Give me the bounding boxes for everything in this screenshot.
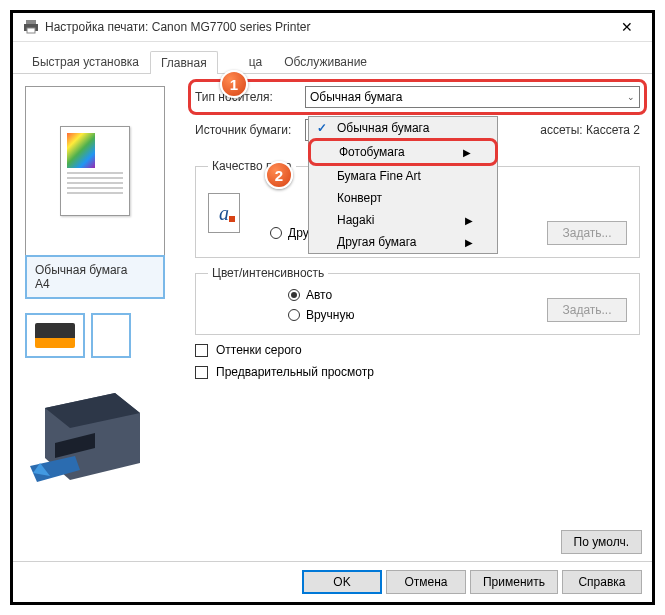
tab-quick-setup[interactable]: Быстрая установка <box>21 50 150 73</box>
tab-maintenance[interactable]: Обслуживание <box>273 50 378 73</box>
callout-2: 2 <box>265 161 293 189</box>
grayscale-checkbox[interactable]: Оттенки серого <box>195 343 640 357</box>
submenu-arrow-icon: ▶ <box>465 237 473 248</box>
printer-illustration <box>25 388 155 488</box>
quality-set-button: Задать... <box>547 221 627 245</box>
tab-strip: Быстрая установка Главная ца Обслуживани… <box>13 42 652 74</box>
media-type-dropdown: ✓ Обычная бумага Фотобумага ▶ Бумага Fin… <box>308 116 498 254</box>
window-title: Настройка печати: Canon MG7700 series Pr… <box>45 20 612 34</box>
dropdown-item-envelope[interactable]: Конверт <box>309 187 497 209</box>
defaults-button[interactable]: По умолч. <box>561 530 642 554</box>
apply-button[interactable]: Применить <box>470 570 558 594</box>
tray-option-1[interactable] <box>25 313 85 358</box>
callout-1: 1 <box>220 70 248 98</box>
dropdown-item-fineart[interactable]: Бумага Fine Art <box>309 165 497 187</box>
dropdown-item-photo[interactable]: Фотобумага ▶ <box>308 138 498 166</box>
dialog-footer: OK Отмена Применить Справка <box>13 561 652 602</box>
tab-page[interactable]: ца <box>218 50 274 73</box>
media-type-text: Обычная бумага <box>35 263 155 277</box>
media-type-select[interactable]: Обычная бумага ⌄ <box>305 86 640 108</box>
cancel-button[interactable]: Отмена <box>386 570 466 594</box>
submenu-arrow-icon: ▶ <box>465 215 473 226</box>
check-icon: ✓ <box>317 121 327 135</box>
cassette-info: ассеты: Кассета 2 <box>540 123 640 137</box>
help-button[interactable]: Справка <box>562 570 642 594</box>
color-set-button: Задать... <box>547 298 627 322</box>
color-fieldset: Цвет/интенсивность Авто Вручную Зада <box>195 266 640 335</box>
paper-preview <box>25 86 165 256</box>
print-settings-dialog: Настройка печати: Canon MG7700 series Pr… <box>10 10 655 605</box>
dropdown-item-other[interactable]: Другая бумага ▶ <box>309 231 497 253</box>
settings-pane: Тип носителя: Обычная бумага ⌄ Источник … <box>195 86 640 488</box>
dropdown-item-hagaki[interactable]: Hagaki ▶ <box>309 209 497 231</box>
preview-pane: Обычная бумага A4 <box>25 86 185 488</box>
close-button[interactable]: ✕ <box>612 19 642 35</box>
dropdown-item-plain[interactable]: ✓ Обычная бумага <box>309 117 497 139</box>
paper-source-label: Источник бумаги: <box>195 123 305 137</box>
preview-checkbox[interactable]: Предварительный просмотр <box>195 365 640 379</box>
media-type-label: Тип носителя: <box>195 90 305 104</box>
paper-info-label: Обычная бумага A4 <box>25 255 165 299</box>
tab-main[interactable]: Главная <box>150 51 218 74</box>
paper-size-text: A4 <box>35 277 155 291</box>
media-type-value: Обычная бумага <box>310 90 402 104</box>
submenu-arrow-icon: ▶ <box>463 147 471 158</box>
quality-sample-icon: a <box>208 193 240 233</box>
highlight-media-type: Тип носителя: Обычная бумага ⌄ <box>188 79 647 115</box>
color-manual-radio[interactable]: Вручную <box>288 308 354 322</box>
color-legend: Цвет/интенсивность <box>208 266 328 280</box>
svg-rect-0 <box>26 20 36 24</box>
printer-icon <box>23 20 39 34</box>
chevron-down-icon: ⌄ <box>627 92 635 102</box>
svg-rect-2 <box>27 28 35 33</box>
tray-option-2[interactable] <box>91 313 131 358</box>
ok-button[interactable]: OK <box>302 570 382 594</box>
color-auto-radio[interactable]: Авто <box>288 288 354 302</box>
titlebar: Настройка печати: Canon MG7700 series Pr… <box>13 13 652 42</box>
